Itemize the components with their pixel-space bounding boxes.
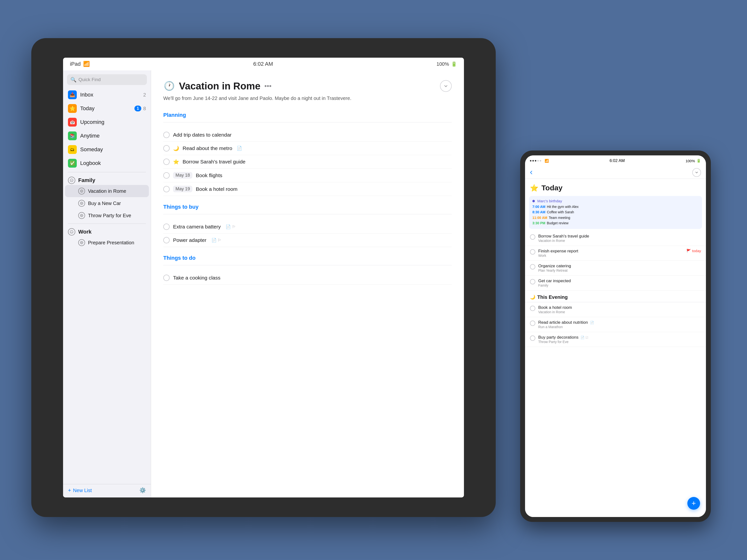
- sidebar-item-buy-new-car[interactable]: Buy a New Car: [63, 197, 151, 209]
- note-flag-icons: 📄 🏳: [211, 238, 222, 243]
- iphone-collapse-button[interactable]: [692, 168, 701, 177]
- task-checkbox[interactable]: [163, 237, 170, 243]
- iphone-task-content: Buy party decorations 📄 ☑ Throw Party fo…: [538, 335, 701, 344]
- iphone-task-book-hotel: Book a hotel room Vacation in Rome: [525, 302, 706, 317]
- ipad-device-label: iPad: [70, 61, 81, 67]
- today-label: Today: [80, 105, 134, 112]
- inbox-icon: 📥: [68, 90, 77, 99]
- sidebar-item-prepare-presentation[interactable]: Prepare Presentation: [63, 237, 151, 249]
- task-checkbox[interactable]: [163, 159, 170, 165]
- sidebar-item-vacation-rome[interactable]: Vacation in Rome: [65, 185, 149, 197]
- iphone-task-sub: Vacation in Rome: [538, 239, 701, 243]
- settings-icon[interactable]: ⚙️: [139, 487, 146, 494]
- quick-find-search[interactable]: 🔍 Quick Find: [67, 74, 147, 85]
- iphone-task-sub: Work: [538, 254, 684, 258]
- iphone-task-checkbox[interactable]: [530, 249, 535, 255]
- prepare-presentation-icon: [78, 239, 85, 246]
- sidebar-item-logbook[interactable]: ✅ Logbook: [63, 156, 151, 170]
- task-checkbox[interactable]: [163, 145, 170, 152]
- sidebar-footer: + New List ⚙️: [63, 484, 151, 498]
- iphone-today-title-row: ⭐ Today: [525, 179, 706, 194]
- moon-icon: 🌙: [173, 145, 179, 151]
- detail-panel: 🕐 Vacation in Rome ••• We'll go from Jun…: [151, 70, 464, 498]
- things-to-buy-separator: [163, 214, 452, 214]
- anytime-label: Anytime: [80, 133, 146, 139]
- today-flag: 🚩 today: [686, 249, 701, 253]
- family-section-header: Family: [63, 174, 151, 185]
- iphone-task-name: Book a hotel room: [538, 305, 701, 310]
- ipad-content: 🔍 Quick Find 📥 Inbox 2: [63, 70, 464, 498]
- wifi-icon: 📶: [83, 61, 90, 67]
- task-add-trip-dates: Add trip dates to calendar: [163, 128, 452, 142]
- search-icon: 🔍: [70, 77, 77, 83]
- note-checklist-icons: 📄 ☑: [581, 336, 588, 339]
- iphone-battery-icon: 🔋: [696, 159, 701, 163]
- someday-label: Someday: [80, 146, 146, 153]
- iphone-back-button[interactable]: [530, 170, 532, 175]
- iphone-task-content: Book a hotel room Vacation in Rome: [538, 305, 701, 314]
- sidebar-divider-2: [68, 223, 146, 224]
- sidebar-item-anytime[interactable]: 📚 Anytime: [63, 129, 151, 143]
- ipad-statusbar: iPad 📶 6:02 AM 100% 🔋: [63, 58, 464, 70]
- signal-dot-1: [530, 160, 532, 161]
- logbook-label: Logbook: [80, 160, 146, 166]
- iphone-task-checkbox[interactable]: [530, 264, 535, 269]
- iphone-screen: 📶 6:02 AM 100% 🔋: [525, 155, 706, 517]
- sidebar-item-someday[interactable]: 🗂 Someday: [63, 143, 151, 156]
- iphone-battery-label: 100%: [686, 159, 695, 163]
- task-read-metro: 🌙 Read about the metro 📄: [163, 142, 452, 155]
- buy-new-car-label: Buy a New Car: [88, 201, 121, 206]
- project-description: We'll go from June 14-22 and visit Jane …: [163, 94, 452, 102]
- collapse-button[interactable]: [440, 80, 452, 92]
- task-extra-battery: Extra camera battery 📄 🏳: [163, 220, 452, 234]
- iphone-task-checkbox[interactable]: [530, 321, 535, 326]
- task-checkbox[interactable]: [163, 132, 170, 138]
- plus-icon: +: [68, 487, 71, 494]
- iphone-statusbar: 📶 6:02 AM 100% 🔋: [525, 155, 706, 166]
- task-checkbox[interactable]: [163, 186, 170, 192]
- iphone-task-checkbox[interactable]: [530, 279, 535, 285]
- new-list-button[interactable]: + New List: [68, 487, 92, 494]
- throw-party-label: Throw Party for Eve: [88, 213, 131, 218]
- search-placeholder: Quick Find: [78, 77, 101, 82]
- sidebar-item-throw-party[interactable]: Throw Party for Eve: [63, 209, 151, 222]
- today-count: 8: [143, 106, 146, 111]
- task-checkbox[interactable]: [163, 275, 170, 281]
- sidebar-item-today[interactable]: ⭐ Today 1 8: [63, 102, 151, 115]
- task-date-badge: May 18: [173, 172, 192, 179]
- sidebar-item-inbox[interactable]: 📥 Inbox 2: [63, 88, 151, 102]
- new-list-label: New List: [73, 488, 92, 493]
- iphone-status-left: 📶: [530, 159, 549, 163]
- note-icon: 📄: [237, 145, 242, 151]
- moon-icon: 🌙: [530, 294, 535, 300]
- note-icon: 📄: [590, 321, 594, 324]
- ipad-status-right: 100% 🔋: [437, 61, 457, 67]
- iphone-task-checkbox[interactable]: [530, 234, 535, 240]
- task-book-hotel: May 19 Book a hotel room: [163, 182, 452, 196]
- iphone-task-content: Finish expense report Work: [538, 249, 684, 258]
- prepare-presentation-label: Prepare Presentation: [88, 240, 134, 245]
- task-checkbox[interactable]: [163, 223, 170, 230]
- iphone-task-content: Organize catering Plan Yearly Retreat: [538, 264, 701, 272]
- inbox-label: Inbox: [80, 91, 143, 98]
- plus-icon: +: [692, 499, 696, 507]
- iphone-task-checkbox[interactable]: [530, 336, 535, 341]
- task-label: Book a hotel room: [196, 186, 237, 192]
- inbox-count: 2: [143, 92, 146, 98]
- iphone-task-name: Get car inspected: [538, 278, 701, 284]
- iphone-task-checkbox[interactable]: [530, 306, 535, 311]
- project-more-button[interactable]: •••: [264, 82, 271, 90]
- iphone-task-borrow-guide: Borrow Sarah's travel guide Vacation in …: [525, 231, 706, 246]
- iphone-task-sub: Plan Yearly Retreat: [538, 268, 701, 272]
- iphone-task-buy-party-decorations: Buy party decorations 📄 ☑ Throw Party fo…: [525, 332, 706, 347]
- scene: iPad 📶 6:02 AM 100% 🔋 🔍 Quick Find: [31, 23, 716, 537]
- throw-party-icon: [78, 212, 85, 219]
- someday-icon: 🗂: [68, 145, 77, 154]
- fab-add-button[interactable]: +: [687, 497, 700, 510]
- anytime-icon: 📚: [68, 131, 77, 140]
- task-power-adapter: Power adapter 📄 🏳: [163, 234, 452, 247]
- task-label: Book flights: [196, 172, 223, 178]
- task-checkbox[interactable]: [163, 172, 170, 179]
- calendar-header: Marc's birthday: [532, 199, 699, 203]
- sidebar-item-upcoming[interactable]: 📅 Upcoming: [63, 115, 151, 129]
